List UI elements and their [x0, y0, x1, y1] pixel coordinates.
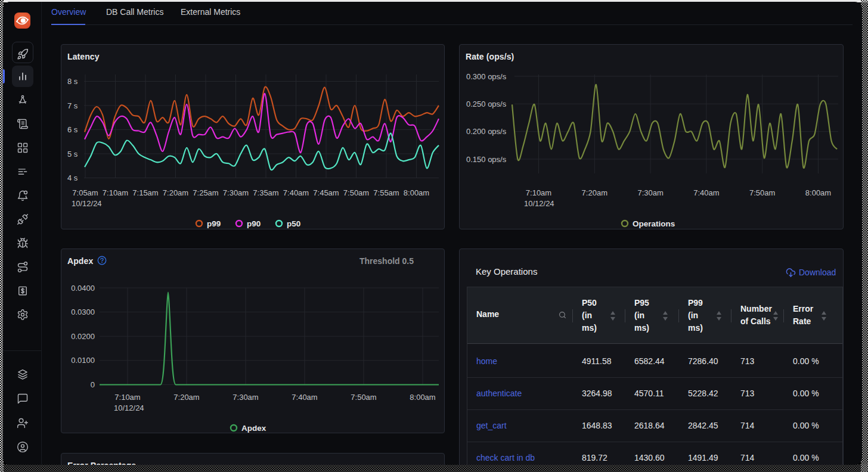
svg-text:7:05am: 7:05am [72, 188, 98, 197]
svg-text:0: 0 [91, 380, 95, 389]
svg-text:8:00am: 8:00am [404, 188, 429, 197]
svg-text:8:00am: 8:00am [805, 188, 831, 197]
svg-text:7:50am: 7:50am [343, 188, 369, 197]
svg-text:8:00am: 8:00am [410, 393, 435, 402]
svg-text:Operations: Operations [633, 219, 675, 228]
svg-text:0.0200: 0.0200 [71, 332, 95, 341]
svg-text:7:50am: 7:50am [749, 188, 775, 197]
svg-text:0.0400: 0.0400 [71, 284, 95, 293]
svg-text:7:25am: 7:25am [193, 188, 218, 197]
svg-text:p99: p99 [207, 219, 221, 228]
svg-text:7:30am: 7:30am [637, 188, 663, 197]
svg-text:7:10am: 7:10am [114, 393, 140, 402]
svg-text:7:40am: 7:40am [693, 188, 719, 197]
svg-text:7:20am: 7:20am [582, 188, 607, 197]
svg-text:0.250 ops/s: 0.250 ops/s [466, 100, 507, 108]
svg-text:10/12/24: 10/12/24 [114, 403, 144, 412]
svg-text:0.300 ops/s: 0.300 ops/s [466, 72, 507, 81]
svg-text:0.200 ops/s: 0.200 ops/s [466, 127, 507, 136]
svg-text:10/12/24: 10/12/24 [72, 199, 102, 208]
svg-text:6 s: 6 s [67, 125, 78, 134]
svg-text:5 s: 5 s [67, 150, 78, 159]
svg-text:8 s: 8 s [67, 77, 78, 86]
svg-text:7:15am: 7:15am [132, 188, 158, 197]
svg-text:0.150 ops/s: 0.150 ops/s [466, 155, 507, 164]
svg-text:7:10am: 7:10am [103, 188, 128, 197]
svg-text:Apdex: Apdex [241, 424, 266, 433]
svg-text:7:50am: 7:50am [351, 393, 376, 402]
svg-text:7:40am: 7:40am [283, 188, 309, 197]
svg-text:7:45am: 7:45am [313, 188, 339, 197]
svg-text:7:20am: 7:20am [163, 188, 188, 197]
svg-text:4 s: 4 s [67, 173, 78, 182]
svg-text:0.0300: 0.0300 [71, 308, 95, 316]
svg-text:7:55am: 7:55am [373, 188, 399, 197]
svg-text:p50: p50 [287, 219, 300, 228]
svg-text:7:30am: 7:30am [223, 188, 249, 197]
svg-text:7:30am: 7:30am [232, 393, 258, 402]
svg-text:p90: p90 [247, 219, 261, 228]
svg-text:7:40am: 7:40am [292, 393, 317, 402]
svg-text:7 s: 7 s [67, 101, 78, 110]
svg-text:7:35am: 7:35am [253, 188, 278, 197]
svg-text:0.0100: 0.0100 [71, 356, 95, 365]
svg-text:10/12/24: 10/12/24 [524, 199, 554, 208]
svg-text:7:10am: 7:10am [526, 188, 551, 197]
svg-text:7:20am: 7:20am [173, 393, 199, 402]
